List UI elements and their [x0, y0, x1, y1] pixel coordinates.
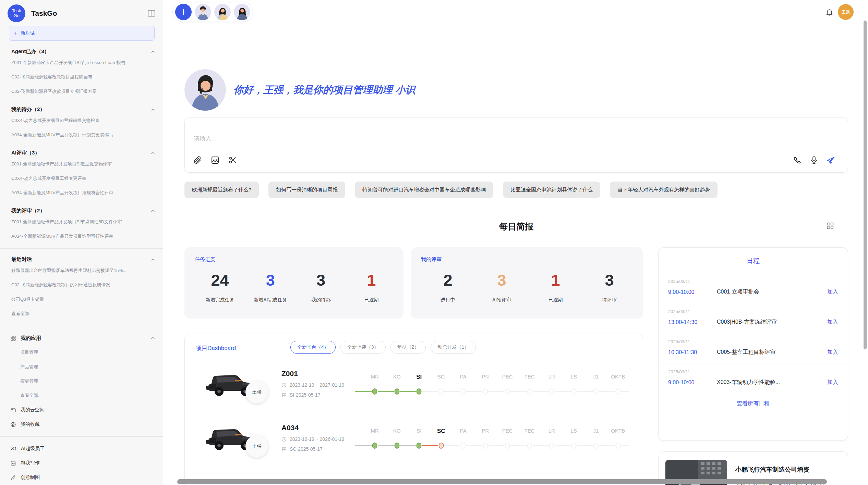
suggestion-chip[interactable]: 当下年轻人对汽车外观有怎样的喜好趋势: [610, 182, 718, 198]
sidebar-item-favorites[interactable]: 我的收藏: [0, 417, 163, 432]
milestone: PA: [452, 428, 474, 457]
sidebar-recent-item[interactable]: 公司Q3轻卡销量: [0, 292, 163, 307]
sidebar-item-cloud-space[interactable]: 我的云空间: [0, 403, 163, 417]
sidebar-item-help-me-write[interactable]: 帮我写作: [0, 456, 163, 470]
dashboard-tab[interactable]: 年型（2）: [390, 341, 426, 354]
phone-call-icon[interactable]: [793, 156, 802, 165]
sidebar-task-item[interactable]: C02-飞腾新能源轻客改款项目里程碑画布: [0, 70, 163, 84]
user-avatar[interactable]: 王强: [838, 4, 854, 20]
milestone: LS: [563, 428, 585, 457]
sidebar-recent-item[interactable]: 解释最新出台的欧盟报废车法规再生塑料比例被调至15%...: [0, 263, 163, 278]
schedule-item: 2025/03/119:00-10:00C001-立项审批会加入: [659, 273, 848, 303]
sidebar-section-header[interactable]: 我的评审（2）: [11, 208, 155, 214]
sidebar-section-label: Agent已办（3）: [11, 48, 49, 55]
sidebar-task-item[interactable]: C0X4-动力总成开发项目工程变更评审: [0, 171, 163, 186]
suggestion-chip[interactable]: 欧洲新规最近颁布了什么?: [184, 182, 259, 198]
milestone-dot: [461, 388, 466, 395]
schedule-join-button[interactable]: 加入: [827, 349, 838, 356]
clock-icon: [281, 383, 287, 388]
message-input[interactable]: [194, 135, 674, 142]
milestone: SI: [408, 428, 430, 457]
view-all-schedule-link[interactable]: 查看所有日程: [659, 400, 848, 407]
image-upload-icon[interactable]: [210, 156, 220, 165]
sidebar-recent-item[interactable]: 查看全部...: [0, 307, 163, 321]
milestone-label: SI: [408, 374, 430, 381]
schedule-join-button[interactable]: 加入: [827, 288, 838, 296]
project-name: Z001: [281, 370, 344, 378]
add-agent-button[interactable]: [175, 4, 192, 20]
sidebar-recent-item[interactable]: C02-飞腾新能源轻客改款项目的闭环通告反馈情况: [0, 278, 163, 292]
notification-bell-icon[interactable]: [825, 8, 834, 16]
stat-block: 24新增完成任务: [195, 270, 245, 303]
milestone: SC: [430, 374, 453, 403]
schedule-time: 9:00-10:00: [668, 380, 717, 386]
sidebar-section-label: 我的待办（2）: [11, 106, 45, 113]
sidebar-section-header[interactable]: 我的待办（2）: [11, 106, 155, 113]
sidebar-app-item[interactable]: 变更管理: [0, 374, 163, 388]
people-icon: [10, 446, 16, 452]
project-name: A034: [281, 424, 344, 432]
suggestion-chip[interactable]: 如何写一份清晰的项目周报: [268, 182, 345, 198]
dashboard-tab[interactable]: 全新上装（3）: [340, 341, 386, 354]
stat-value: 1: [529, 270, 582, 290]
my-apps-header[interactable]: 我的应用: [0, 331, 163, 345]
milestone-label: MR: [364, 428, 386, 434]
my-apps-label: 我的应用: [21, 335, 41, 341]
suggestion-chip[interactable]: 特朗普可能对进口汽车增税会对中国车企造成哪些影响: [355, 182, 493, 198]
dashboard-tab[interactable]: 全新平台（4）: [290, 341, 336, 354]
milestone: MR: [364, 374, 386, 403]
sidebar-task-item[interactable]: Z001-全新燃油皮卡产品开发项目SI节点Lesson Learn报告: [0, 55, 163, 70]
sidebar-task-item[interactable]: C0X4-动力总成开发项目SI里程碑提交物检查: [0, 113, 163, 128]
microphone-icon[interactable]: [809, 156, 819, 165]
logo-text-top: Task: [12, 9, 21, 13]
scissors-icon[interactable]: [228, 156, 237, 165]
suggestion-chip[interactable]: 比亚迪全固态电池计划具体说了什么: [503, 182, 600, 198]
send-icon[interactable]: [826, 156, 835, 165]
sidebar-task-item[interactable]: A034-全新新能源MUV产品开发项目造型可行性评审: [0, 229, 163, 244]
milestone-dot: [527, 443, 532, 449]
sidebar-section-header[interactable]: Agent已办（3）: [11, 48, 155, 55]
schedule-join-button[interactable]: 加入: [827, 379, 838, 386]
my-review-stats: 2进行中3AI预评审1已逾期3待评审: [421, 270, 636, 303]
agent-avatar-2[interactable]: [214, 4, 231, 20]
new-chat-button[interactable]: + 新对话: [9, 26, 155, 41]
sidebar-task-item[interactable]: A034-全新新能源MUV产品开发项目法规符合性评审: [0, 186, 163, 200]
hero-greeting-block: 你好，王强，我是你的项目管理助理 小识: [184, 69, 415, 111]
sidebar-task-item[interactable]: C02-飞腾新能源轻客改款项目立项汇报方案: [0, 84, 163, 99]
attachment-icon[interactable]: [193, 156, 202, 165]
stat-label: AI预评审: [475, 297, 529, 303]
milestone-dot: [394, 388, 399, 395]
vertical-scrollbar[interactable]: [864, 21, 867, 349]
sidebar-collapse-icon[interactable]: [147, 9, 156, 18]
news-title: 小鹏飞行汽车制造公司增资: [735, 465, 829, 474]
agent-avatar-1[interactable]: [195, 4, 211, 20]
sidebar-app-item[interactable]: 查看全部...: [0, 388, 163, 403]
sidebar-item-creative-drawing[interactable]: 创意制图: [0, 470, 163, 485]
sidebar-app-item[interactable]: 项目管理: [0, 345, 163, 360]
chevron-up-icon: [150, 49, 155, 54]
sidebar-task-item[interactable]: A034-全新新能源MUV产品开发项目计划变更表编写: [0, 128, 163, 142]
chevron-up-icon: [150, 336, 155, 340]
briefing-right-column: 日程 2025/03/119:00-10:00C001-立项审批会加入2025/…: [658, 247, 848, 485]
layout-grid-icon[interactable]: [826, 222, 834, 230]
creative-drawing-label: 创意制图: [21, 474, 40, 481]
sidebar-item-ai-super-staff[interactable]: AI超级员工: [0, 442, 163, 456]
help-me-write-label: 帮我写作: [21, 460, 40, 466]
stat-label: 已逾期: [529, 297, 582, 303]
recent-chats-section: 最近对话 解释最新出台的欧盟报废车法规再生塑料比例被调至15%...C02-飞腾…: [0, 256, 163, 321]
milestone-dot: [571, 443, 576, 449]
sidebar-app-item[interactable]: 产品管理: [0, 360, 163, 374]
stat-value: 3: [296, 270, 346, 290]
sidebar-section-header[interactable]: AI评审（3）: [11, 150, 155, 156]
milestone-label: KO: [386, 374, 408, 380]
milestone-label: LR: [541, 374, 563, 380]
schedule-join-button[interactable]: 加入: [827, 319, 838, 326]
agent-avatar-3[interactable]: [234, 4, 250, 20]
recent-section-header[interactable]: 最近对话: [11, 256, 155, 263]
sidebar-task-item[interactable]: Z001-全新燃油轻卡产品开发项目SI造型提交物评审: [0, 157, 163, 171]
sidebar-task-item[interactable]: Z001-全新燃油轻卡产品开发项目SI节点属性5D文件评审: [0, 215, 163, 229]
dashboard-tab[interactable]: 动总开发（1）: [431, 341, 476, 354]
milestone-dot: [417, 443, 422, 449]
milestone-label: PR: [474, 374, 497, 380]
horizontal-scrollbar[interactable]: [177, 479, 827, 484]
